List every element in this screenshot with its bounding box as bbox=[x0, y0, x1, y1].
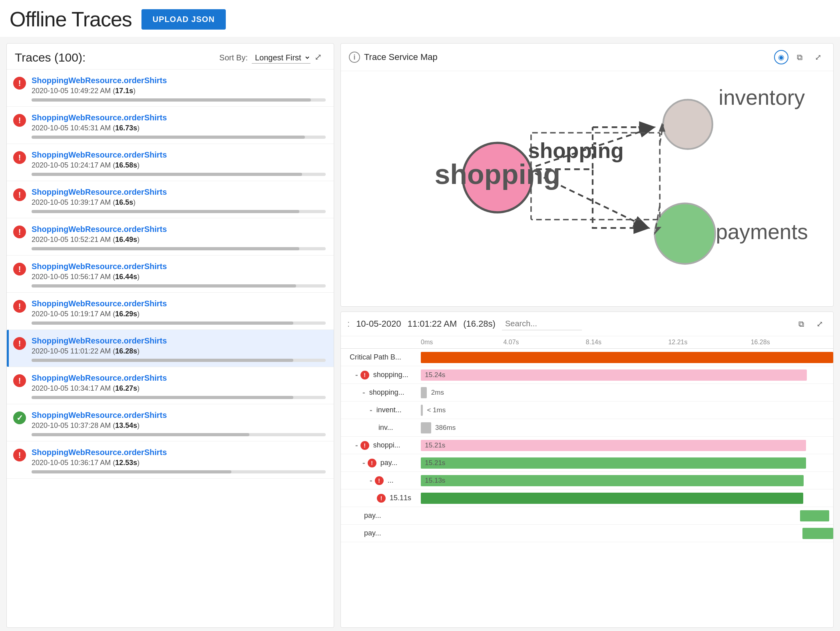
trace-meta: 2020-10-05 10:39:17 AM (16.5s) bbox=[32, 198, 326, 207]
trace-item[interactable]: ! ShoppingWebResource.orderShirts 2020-1… bbox=[7, 441, 334, 479]
trace-meta: 2020-10-05 10:19:17 AM (16.29s) bbox=[32, 310, 326, 318]
timeline-row[interactable]: pay... 1.04s bbox=[341, 525, 833, 542]
upload-json-button[interactable]: UPLOAD JSON bbox=[141, 9, 226, 30]
timeline-row[interactable]: - invent... < 1ms bbox=[341, 401, 833, 419]
row-bar-area: 386ms bbox=[421, 419, 833, 436]
trace-status-icon: ✓ bbox=[13, 411, 26, 424]
trace-content: ShoppingWebResource.orderShirts 2020-10-… bbox=[32, 150, 326, 176]
trace-duration: 16.28s bbox=[115, 347, 137, 355]
row-bar-area: 15.13s bbox=[421, 472, 833, 489]
trace-bar bbox=[32, 173, 302, 176]
trace-duration: 13.54s bbox=[115, 421, 137, 429]
row-label-text: Critical Path B... bbox=[350, 353, 401, 361]
right-panels: i Trace Service Map ◉ ⧉ ⤢ bbox=[340, 43, 834, 628]
expand-dash[interactable]: - bbox=[362, 458, 365, 467]
trace-meta: 2020-10-05 10:36:17 AM (12.53s) bbox=[32, 459, 326, 467]
trace-content: ShoppingWebResource.orderShirts 2020-10-… bbox=[32, 76, 326, 102]
row-label-text: invent... bbox=[376, 406, 402, 414]
row-bar-area: 15.21s bbox=[421, 437, 833, 454]
traces-panel: Traces (100): Sort By: Longest First Sho… bbox=[6, 43, 334, 628]
row-label-text: inv... bbox=[378, 423, 393, 432]
trace-bar-wrap bbox=[32, 247, 326, 250]
timeline-row[interactable]: Critical Path B... bbox=[341, 349, 833, 366]
detail-date: 10-05-2020 bbox=[356, 319, 401, 329]
row-bar-area: 2ms bbox=[421, 384, 833, 401]
trace-duration: 16.5s bbox=[115, 198, 133, 206]
trace-item[interactable]: ✓ ShoppingWebResource.orderShirts 2020-1… bbox=[7, 404, 334, 441]
timeline-row[interactable]: !15.11s bbox=[341, 489, 833, 507]
trace-name: ShoppingWebResource.orderShirts bbox=[32, 299, 326, 308]
timeline-row[interactable]: inv... 386ms bbox=[341, 419, 833, 437]
timeline-row[interactable]: pay... 107ms bbox=[341, 507, 833, 525]
trace-duration: 16.27s bbox=[115, 384, 137, 392]
timeline-row[interactable]: - !... 15.13s bbox=[341, 472, 833, 489]
trace-item[interactable]: ! ShoppingWebResource.orderShirts 2020-1… bbox=[7, 367, 334, 404]
trace-meta: 2020-10-05 10:52:21 AM (16.49s) bbox=[32, 236, 326, 244]
row-label: - !shopping... bbox=[341, 370, 421, 379]
row-bar bbox=[421, 475, 804, 486]
trace-duration: 16.73s bbox=[115, 124, 137, 132]
expand-dash[interactable]: - bbox=[362, 388, 365, 397]
row-duration: 386ms bbox=[435, 424, 456, 432]
expand-dash[interactable]: - bbox=[370, 476, 372, 485]
sort-area: Sort By: Longest First Shortest First Ne… bbox=[219, 52, 326, 64]
trace-bar bbox=[32, 433, 249, 436]
timeline-row[interactable]: - !pay... 15.21s bbox=[341, 454, 833, 472]
detail-duration: (16.28s) bbox=[463, 319, 496, 329]
row-label: Critical Path B... bbox=[341, 353, 421, 361]
trace-status-icon: ! bbox=[13, 188, 26, 201]
timeline-row[interactable]: - shopping... 2ms bbox=[341, 384, 833, 401]
service-map-copy-icon[interactable]: ⧉ bbox=[792, 50, 807, 64]
trace-bar-wrap bbox=[32, 433, 326, 436]
trace-search-input[interactable] bbox=[502, 317, 582, 330]
trace-status-icon: ! bbox=[13, 337, 26, 350]
row-bar-area: 1.04s bbox=[421, 525, 833, 542]
service-map-title: Trace Service Map bbox=[364, 52, 438, 62]
trace-name: ShoppingWebResource.orderShirts bbox=[32, 411, 326, 420]
row-bar bbox=[421, 440, 806, 451]
expand-dash[interactable]: - bbox=[370, 405, 372, 415]
sort-label: Sort By: bbox=[219, 53, 248, 62]
trace-item[interactable]: ! ShoppingWebResource.orderShirts 2020-1… bbox=[7, 70, 334, 107]
row-bar bbox=[421, 422, 431, 433]
trace-item[interactable]: ! ShoppingWebResource.orderShirts 2020-1… bbox=[7, 293, 334, 330]
trace-name: ShoppingWebResource.orderShirts bbox=[32, 373, 326, 383]
axis-label: 8.14s bbox=[586, 339, 668, 346]
traces-panel-expand-icon[interactable]: ⤢ bbox=[315, 52, 326, 63]
axis-label: 0ms bbox=[421, 339, 503, 346]
row-bar bbox=[421, 369, 807, 381]
trace-bar-wrap bbox=[32, 359, 326, 362]
trace-item[interactable]: ! ShoppingWebResource.orderShirts 2020-1… bbox=[7, 144, 334, 181]
trace-item[interactable]: ! ShoppingWebResource.orderShirts 2020-1… bbox=[7, 256, 334, 293]
info-icon[interactable]: i bbox=[349, 52, 360, 63]
trace-status-icon: ! bbox=[13, 151, 26, 164]
trace-status-icon: ! bbox=[13, 374, 26, 387]
trace-status-icon: ! bbox=[13, 226, 26, 238]
sort-select[interactable]: Longest First Shortest First Newest Firs… bbox=[252, 52, 311, 64]
row-bar-area: 107ms bbox=[421, 507, 833, 524]
service-map-expand-icon[interactable]: ⤢ bbox=[811, 50, 825, 64]
timeline-axis: 0ms4.07s8.14s12.21s16.28s bbox=[341, 336, 833, 349]
trace-bar bbox=[32, 321, 293, 325]
trace-item[interactable]: ! ShoppingWebResource.orderShirts 2020-1… bbox=[7, 181, 334, 218]
row-bar-area bbox=[421, 349, 833, 366]
detail-expand-icon[interactable]: ⤢ bbox=[812, 317, 827, 331]
expand-dash[interactable]: - bbox=[355, 441, 358, 450]
trace-bar-wrap bbox=[32, 396, 326, 399]
trace-content: ShoppingWebResource.orderShirts 2020-10-… bbox=[32, 448, 326, 473]
timeline-row[interactable]: - !shoppi... 15.21s bbox=[341, 437, 833, 454]
trace-item[interactable]: ! ShoppingWebResource.orderShirts 2020-1… bbox=[7, 218, 334, 256]
expand-dash[interactable]: - bbox=[355, 370, 358, 379]
trace-status-icon: ! bbox=[13, 449, 26, 461]
row-label: - !... bbox=[341, 476, 421, 485]
row-bar-area: < 1ms bbox=[421, 401, 833, 419]
trace-item[interactable]: ! ShoppingWebResource.orderShirts 2020-1… bbox=[7, 330, 334, 367]
trace-bar bbox=[32, 359, 293, 362]
service-map-circle-icon[interactable]: ◉ bbox=[774, 50, 788, 64]
trace-bar bbox=[32, 396, 293, 399]
timeline-row[interactable]: - !shopping... 15.24s bbox=[341, 366, 833, 384]
trace-content: ShoppingWebResource.orderShirts 2020-10-… bbox=[32, 336, 326, 362]
row-label: !15.11s bbox=[341, 494, 421, 503]
detail-copy-icon[interactable]: ⧉ bbox=[794, 317, 808, 331]
trace-item[interactable]: ! ShoppingWebResource.orderShirts 2020-1… bbox=[7, 107, 334, 144]
